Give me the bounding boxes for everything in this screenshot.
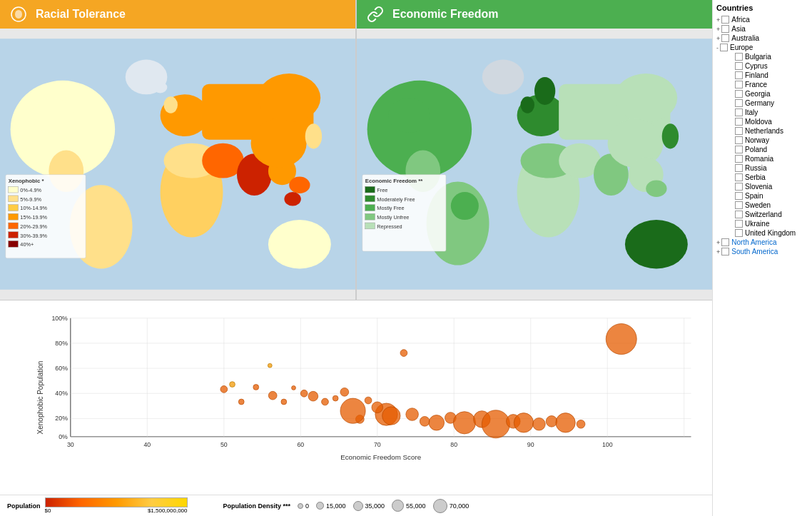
svg-text:0%-4.9%: 0%-4.9% [20, 187, 41, 193]
checkbox-norway[interactable] [735, 136, 743, 144]
label-australia: Australia [731, 34, 759, 42]
checkbox-africa[interactable] [721, 16, 729, 24]
expand-south-america-icon[interactable]: + [716, 248, 720, 256]
checkbox-russia[interactable] [735, 164, 743, 172]
bubble [340, 398, 365, 423]
sidebar-item-slovenia[interactable]: Slovenia [722, 182, 808, 191]
svg-text:30: 30 [67, 441, 74, 448]
sidebar-item-italy[interactable]: Italy [722, 108, 808, 117]
checkbox-europe[interactable] [720, 44, 728, 51]
sidebar-item-germany[interactable]: Germany [722, 98, 808, 108]
checkbox-spain[interactable] [735, 192, 743, 200]
checkbox-moldova[interactable] [735, 118, 743, 126]
svg-text:Moderately Free: Moderately Free [377, 196, 415, 203]
svg-text:100: 100 [602, 441, 613, 448]
checkbox-united-kingdom[interactable] [735, 229, 743, 237]
density-circle-4 [433, 499, 447, 513]
checkbox-poland[interactable] [735, 146, 743, 153]
sidebar-item-cyprus[interactable]: Cyprus [722, 61, 808, 71]
bubble [556, 413, 575, 432]
label-sweden: Sweden [745, 201, 771, 209]
density-item-2: 35,000 [353, 501, 385, 511]
sidebar-item-switzerland[interactable]: Switzerland [722, 210, 808, 219]
sidebar-item-finland[interactable]: Finland [722, 71, 808, 80]
svg-point-15 [289, 177, 310, 193]
svg-text:5%-9.9%: 5%-9.9% [20, 196, 41, 203]
expand-north-america-icon[interactable]: + [716, 239, 720, 246]
sidebar-item-north-america[interactable]: + North America [716, 238, 808, 247]
checkbox-north-america[interactable] [721, 238, 729, 246]
expand-asia-icon[interactable]: + [716, 26, 720, 33]
sidebar-item-georgia[interactable]: Georgia [722, 89, 808, 98]
checkbox-romania[interactable] [735, 155, 743, 163]
bubble [606, 324, 636, 355]
checkbox-cyprus[interactable] [735, 62, 743, 70]
expand-africa-icon[interactable]: + [716, 16, 720, 24]
svg-rect-34 [9, 232, 19, 238]
svg-point-3 [31, 98, 73, 133]
expand-europe-icon[interactable]: - [716, 44, 719, 51]
checkbox-sweden[interactable] [735, 201, 743, 209]
checkbox-netherlands[interactable] [735, 127, 743, 135]
bubble [238, 399, 244, 405]
density-circle-0 [298, 503, 303, 509]
density-circle-2 [353, 501, 363, 511]
racial-icon [9, 4, 29, 24]
svg-rect-61 [365, 186, 375, 193]
checkbox-georgia[interactable] [735, 90, 743, 98]
sidebar-item-netherlands[interactable]: Netherlands [722, 126, 808, 136]
racial-header: Racial Tolerance [0, 0, 355, 29]
y-axis-label: Xenophobic Population [36, 361, 44, 435]
sidebar-item-norway[interactable]: Norway [722, 136, 808, 145]
checkbox-serbia[interactable] [735, 173, 743, 181]
checkbox-slovenia[interactable] [735, 183, 743, 191]
svg-text:90: 90 [527, 441, 534, 448]
checkbox-switzerland[interactable] [735, 211, 743, 218]
checkbox-ukraine[interactable] [735, 220, 743, 228]
bubble [333, 395, 338, 401]
bubble [406, 408, 419, 421]
sidebar-item-sweden[interactable]: Sweden [722, 201, 808, 210]
sidebar-item-united-kingdom[interactable]: United Kingdom [722, 228, 808, 238]
population-density-section: Population Density *** 0 15,000 35,000 5… [223, 499, 470, 513]
density-label: Population Density *** [223, 502, 291, 510]
sidebar-item-bulgaria[interactable]: Bulgaria [722, 52, 808, 61]
checkbox-australia[interactable] [721, 34, 729, 42]
sidebar-item-serbia[interactable]: Serbia [722, 173, 808, 182]
sidebar-title: Countries [716, 4, 808, 12]
svg-rect-28 [9, 205, 19, 211]
bubble [577, 420, 585, 428]
sidebar-item-africa[interactable]: + Africa [716, 15, 808, 24]
checkbox-south-america[interactable] [721, 248, 729, 256]
economic-freedom-panel: Economic Freedom [357, 0, 712, 300]
sidebar-item-europe[interactable]: - Europe [716, 43, 808, 52]
svg-text:60: 60 [297, 441, 304, 448]
checkbox-france[interactable] [735, 81, 743, 88]
checkbox-asia[interactable] [721, 25, 729, 33]
expand-australia-icon[interactable]: + [716, 35, 720, 42]
sidebar-item-romania[interactable]: Romania [722, 154, 808, 163]
bubble [546, 416, 557, 428]
svg-text:Mostly Unfree: Mostly Unfree [377, 214, 409, 221]
sidebar-item-australia[interactable]: + Australia [716, 34, 808, 43]
sidebar-item-poland[interactable]: Poland [722, 145, 808, 154]
sidebar-item-asia[interactable]: + Asia [716, 24, 808, 34]
sidebar-item-south-america[interactable]: + South America [716, 247, 808, 256]
sidebar-item-spain[interactable]: Spain [722, 191, 808, 201]
economic-icon [365, 4, 385, 24]
svg-text:Xenophobic *: Xenophobic * [9, 178, 45, 184]
sidebar-item-moldova[interactable]: Moldova [722, 117, 808, 126]
label-moldova: Moldova [745, 118, 772, 126]
checkbox-bulgaria[interactable] [735, 53, 743, 61]
svg-text:15%-19.9%: 15%-19.9% [20, 214, 47, 221]
sidebar-item-france[interactable]: France [722, 80, 808, 89]
bubble [292, 386, 296, 390]
checkbox-germany[interactable] [735, 99, 743, 107]
checkbox-italy[interactable] [735, 108, 743, 116]
label-georgia: Georgia [745, 90, 771, 98]
checkbox-finland[interactable] [735, 71, 743, 79]
sidebar-item-russia[interactable]: Russia [722, 163, 808, 173]
density-label-3: 55,000 [406, 502, 426, 510]
sidebar-item-ukraine[interactable]: Ukraine [722, 219, 808, 228]
bubble [308, 391, 318, 401]
